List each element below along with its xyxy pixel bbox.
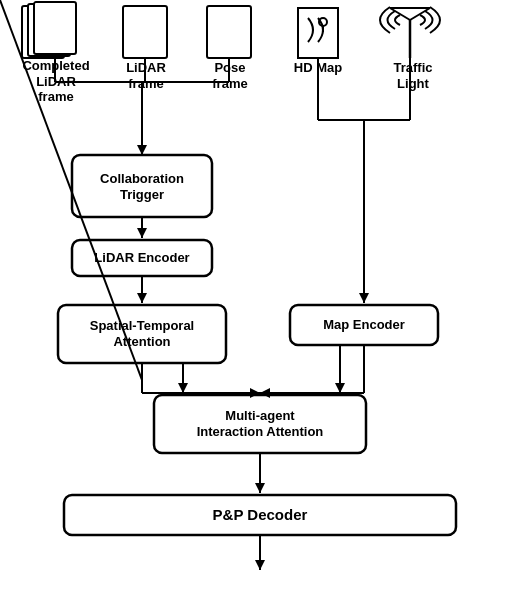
- svg-marker-24: [137, 228, 147, 238]
- lidar-encoder-box: LiDAR Encoder: [72, 240, 212, 276]
- lidar-frame-label: LiDAR frame: [118, 60, 174, 91]
- traffic-light-label: TrafficLight: [386, 60, 440, 91]
- svg-marker-45: [255, 483, 265, 493]
- svg-marker-31: [359, 293, 369, 303]
- map-encoder-box: Map Encoder: [290, 305, 438, 345]
- hd-map-label: HD Map: [292, 60, 344, 76]
- pp-decoder-box: P&P Decoder: [64, 495, 456, 535]
- svg-line-8: [390, 8, 410, 20]
- completed-lidar-label: CompletedLiDAR frame: [18, 58, 94, 105]
- pose-frame-label: Pose frame: [200, 60, 260, 91]
- svg-marker-43: [335, 383, 345, 393]
- svg-marker-26: [137, 293, 147, 303]
- svg-rect-4: [207, 6, 251, 58]
- svg-marker-16: [137, 145, 147, 155]
- svg-line-9: [410, 8, 430, 20]
- svg-marker-41: [178, 383, 188, 393]
- svg-rect-3: [123, 6, 167, 58]
- architecture-diagram: CompletedLiDAR frame LiDAR frame Pose fr…: [0, 0, 518, 600]
- multi-agent-box: Multi-agentInteraction Attention: [154, 395, 366, 453]
- svg-marker-47: [255, 560, 265, 570]
- spatial-temporal-box: Spatial-TemporalAttention: [58, 305, 226, 363]
- svg-rect-2: [34, 2, 76, 54]
- collaboration-trigger-box: CollaborationTrigger: [72, 158, 212, 216]
